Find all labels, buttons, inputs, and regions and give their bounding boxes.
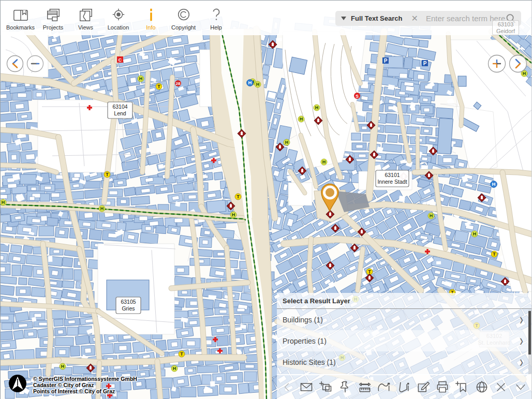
svg-text:P: P (423, 61, 427, 66)
svg-text:Innere Stadt: Innere Stadt (377, 179, 407, 185)
svg-text:H: H (139, 76, 143, 81)
svg-text:P: P (384, 58, 388, 64)
svg-text:T: T (368, 269, 371, 274)
svg-text:H: H (322, 159, 326, 165)
svg-text:T: T (493, 252, 496, 257)
svg-text:T: T (180, 351, 183, 357)
svg-text:T: T (157, 84, 160, 89)
svg-text:H: H (430, 213, 433, 218)
svg-text:H: H (473, 231, 477, 237)
svg-text:H: H (248, 80, 252, 85)
svg-text:S: S (356, 94, 359, 99)
svg-text:T: T (106, 172, 109, 177)
svg-text:H: H (100, 206, 104, 211)
svg-text:H: H (256, 82, 260, 87)
svg-text:Gries: Gries (122, 305, 135, 312)
svg-text:63105: 63105 (121, 299, 136, 305)
svg-text:H: H (300, 116, 303, 122)
svg-text:T: T (237, 194, 240, 199)
svg-text:C: C (119, 57, 122, 63)
svg-text:H: H (492, 181, 496, 187)
svg-text:H: H (285, 140, 289, 145)
svg-text:H: H (61, 364, 65, 369)
svg-text:Lend: Lend (114, 110, 126, 116)
svg-text:H: H (2, 200, 5, 205)
svg-text:H: H (173, 366, 176, 371)
svg-text:63101: 63101 (385, 172, 400, 178)
svg-text:H: H (232, 212, 235, 217)
svg-text:H: H (315, 105, 319, 110)
svg-text:63104: 63104 (112, 104, 127, 110)
svg-text:28: 28 (176, 81, 181, 86)
